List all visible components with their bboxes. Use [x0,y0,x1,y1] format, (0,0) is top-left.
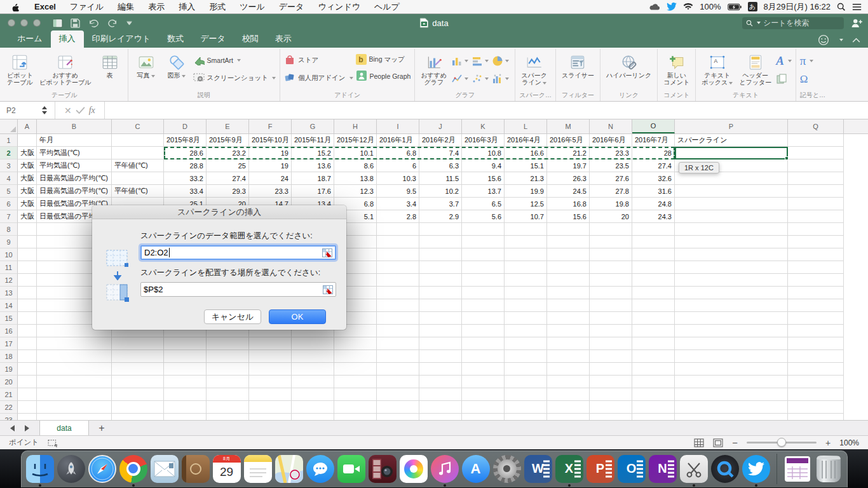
cell[interactable] [164,388,207,401]
cell[interactable] [788,198,844,210]
cell[interactable] [788,350,844,363]
cell[interactable]: 16.6 [505,147,547,159]
ribbon-tab-2[interactable]: 印刷レイアウト [84,30,159,48]
cell[interactable]: 33.4 [164,185,207,198]
cell[interactable]: 2.9 [419,210,462,223]
cell[interactable] [590,236,632,248]
cell[interactable]: 2015年10月 [249,134,292,147]
cell[interactable] [505,388,547,401]
cell[interactable]: 21.2 [547,147,590,159]
cell[interactable]: 26.3 [547,172,590,185]
data-range-field[interactable]: D2:O2 [140,245,336,260]
ribbon-button-slicer[interactable]: スライサー [560,51,596,80]
row-header-1[interactable]: 1 [0,134,18,147]
dock-icon-sysprefs[interactable] [492,454,522,484]
cell[interactable] [675,299,788,312]
cell[interactable] [547,287,590,299]
range-picker-icon[interactable] [322,248,332,257]
cell[interactable] [547,274,590,287]
cell[interactable] [462,414,505,420]
ribbon-tab-0[interactable]: ホーム [9,30,51,48]
cell[interactable] [632,312,675,325]
cell[interactable] [590,337,632,350]
cell[interactable]: 9.5 [377,185,419,198]
ribbon-button-comment[interactable]: 新しいコメント [661,51,691,87]
cell[interactable] [292,350,334,363]
cell[interactable] [462,325,505,337]
cell[interactable]: 21.3 [505,172,547,185]
cell[interactable] [377,337,419,350]
row-header-2[interactable]: 2 [0,147,18,159]
wifi-icon[interactable] [683,3,693,11]
cell[interactable] [590,325,632,337]
cell[interactable] [18,312,37,325]
cell[interactable] [590,401,632,414]
dock-icon-excel[interactable]: X [555,454,584,484]
cell[interactable]: 大阪 [18,210,37,223]
cell[interactable] [377,299,419,312]
cell[interactable]: 25 [207,159,249,172]
cell[interactable] [112,376,164,388]
dock-icon-quicktime[interactable] [710,454,740,484]
cell[interactable] [547,299,590,312]
cell[interactable] [334,350,377,363]
cell[interactable] [334,401,377,414]
cell[interactable] [18,236,37,248]
cell[interactable]: 10.7 [505,210,547,223]
cell[interactable] [377,236,419,248]
row-header-19[interactable]: 19 [0,363,18,376]
dock-icon-notes[interactable] [243,454,273,484]
cell[interactable] [462,248,505,261]
row-header-10[interactable]: 10 [0,248,18,261]
cell[interactable] [505,261,547,274]
cell[interactable] [207,350,249,363]
column-header-M[interactable]: L [505,119,547,133]
cell[interactable]: 6 [377,159,419,172]
ok-button[interactable]: OK [269,309,326,324]
cell[interactable] [462,376,505,388]
column-header-J[interactable]: I [377,119,419,133]
cell[interactable] [462,236,505,248]
cell[interactable] [505,363,547,376]
ribbon-button-chartline[interactable] [451,71,470,87]
menu-item-help[interactable]: ヘルプ [374,1,400,13]
cell[interactable] [590,376,632,388]
menu-item-file[interactable]: ファイル [70,1,104,13]
cell[interactable]: 15.1 [505,159,547,172]
cell[interactable] [590,248,632,261]
cell[interactable] [18,223,37,236]
cell[interactable]: 24 [249,172,292,185]
cell[interactable] [462,274,505,287]
cell[interactable] [419,376,462,388]
menu-item-window[interactable]: ウィンドウ [318,1,360,13]
cell[interactable] [334,388,377,401]
cell[interactable] [788,172,844,185]
sheet-tab-data[interactable]: data [39,421,89,435]
cell[interactable] [505,376,547,388]
cell[interactable] [547,388,590,401]
ribbon-button-recpivot[interactable]: おすすめピボットテーブル [37,51,93,87]
cell[interactable] [675,185,788,198]
cell[interactable] [675,337,788,350]
cell[interactable] [419,312,462,325]
row-header-9[interactable]: 9 [0,236,18,248]
cell[interactable]: 大阪 [18,147,37,159]
column-header-N[interactable]: M [547,119,590,133]
ribbon-button-hyperlink[interactable]: ハイパーリンク [604,51,653,80]
cell[interactable] [675,350,788,363]
row-header-21[interactable]: 21 [0,388,18,401]
new-workbook-icon[interactable] [52,18,63,28]
ribbon-button-pivot[interactable]: ピボットテーブル [5,51,35,87]
cell[interactable]: 2015年11月 [292,134,334,147]
ribbon-tab-5[interactable]: 校閲 [234,30,267,48]
ribbon-button-chartother[interactable] [492,71,511,87]
ribbon-button-wordart[interactable]: A [776,54,792,68]
cell[interactable] [675,388,788,401]
qat-dropdown-icon[interactable] [126,21,133,25]
cell[interactable] [632,299,675,312]
row-header-22[interactable]: 22 [0,401,18,414]
ribbon-button-photo[interactable]: 写真 [132,51,160,80]
cell[interactable] [462,223,505,236]
name-box-stepper[interactable] [39,106,50,114]
cell[interactable] [377,223,419,236]
